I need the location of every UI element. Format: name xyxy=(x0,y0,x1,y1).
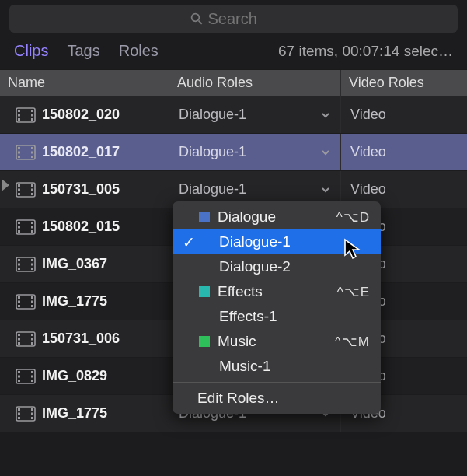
svg-rect-5 xyxy=(18,118,20,121)
svg-rect-43 xyxy=(31,305,33,307)
audio-role-dropdown[interactable]: Dialogue-1 xyxy=(169,96,341,133)
clip-icon xyxy=(16,182,36,198)
menu-item-label: Effects-1 xyxy=(219,308,370,325)
clip-name-cell[interactable]: 150731_006 xyxy=(0,320,169,357)
svg-rect-59 xyxy=(18,408,20,411)
column-header-name[interactable]: Name xyxy=(0,70,169,96)
svg-rect-17 xyxy=(18,184,20,187)
svg-rect-12 xyxy=(18,156,20,158)
menu-item-music-1[interactable]: Music-1 xyxy=(173,354,381,379)
svg-rect-52 xyxy=(18,371,20,373)
svg-rect-54 xyxy=(18,380,20,382)
clip-name: 150802_017 xyxy=(42,144,120,160)
search-icon xyxy=(190,12,204,26)
svg-rect-25 xyxy=(18,226,20,228)
menu-item-dialogue-1[interactable]: ✓Dialogue-1 xyxy=(173,229,381,254)
menu-group-music[interactable]: Music^⌥M xyxy=(173,329,381,354)
svg-rect-27 xyxy=(31,222,33,224)
menu-item-label: Dialogue-2 xyxy=(219,258,370,275)
svg-rect-45 xyxy=(18,334,20,336)
svg-rect-31 xyxy=(18,259,20,261)
video-role-cell: Video xyxy=(341,134,467,170)
clip-name: IMG_0367 xyxy=(42,256,107,272)
column-headers: Name Audio Roles Video Roles xyxy=(0,69,467,96)
audio-role-value: Dialogue-1 xyxy=(179,181,246,198)
clip-name-cell[interactable]: 150802_015 xyxy=(0,208,169,245)
search-field[interactable] xyxy=(9,5,458,33)
clip-icon xyxy=(16,406,36,422)
svg-rect-6 xyxy=(31,110,33,112)
clip-name-cell[interactable]: IMG_1775 xyxy=(0,283,169,320)
clip-name-cell[interactable]: IMG_0367 xyxy=(0,246,169,282)
svg-rect-15 xyxy=(31,156,33,158)
menu-group-effects[interactable]: Effects^⌥E xyxy=(173,279,381,304)
audio-roles-menu: Dialogue^⌥D✓Dialogue-1Dialogue-2Effects^… xyxy=(173,201,381,414)
column-header-audio[interactable]: Audio Roles xyxy=(169,70,341,96)
video-role-cell: Video xyxy=(341,96,467,133)
checkmark-icon: ✓ xyxy=(180,233,197,251)
tab-tags[interactable]: Tags xyxy=(67,42,99,60)
svg-rect-14 xyxy=(31,151,33,153)
svg-point-0 xyxy=(191,14,199,22)
svg-rect-3 xyxy=(18,110,20,112)
svg-rect-28 xyxy=(31,226,33,228)
svg-rect-47 xyxy=(18,342,20,345)
audio-role-value: Dialogue-1 xyxy=(179,144,246,160)
svg-rect-55 xyxy=(31,371,33,373)
clip-name: IMG_1775 xyxy=(42,293,107,310)
menu-item-label: Effects xyxy=(218,283,337,300)
table-row[interactable]: 150802_017Dialogue-1Video xyxy=(0,134,467,171)
clip-name-cell[interactable]: 150802_020 xyxy=(0,96,169,133)
clip-name-cell[interactable]: 150731_005 xyxy=(0,171,169,208)
video-role-value: Video xyxy=(350,144,386,160)
svg-rect-10 xyxy=(18,147,20,149)
clip-name: 150731_006 xyxy=(42,331,120,347)
clip-icon xyxy=(16,145,36,160)
clip-icon xyxy=(16,294,36,310)
table-row[interactable]: 150802_020Dialogue-1Video xyxy=(0,96,467,134)
svg-rect-24 xyxy=(18,222,20,224)
clip-icon xyxy=(16,219,36,235)
menu-item-dialogue-2[interactable]: Dialogue-2 xyxy=(173,254,381,279)
svg-rect-60 xyxy=(18,412,20,415)
audio-role-dropdown[interactable]: Dialogue-1 xyxy=(169,134,341,170)
clip-name-cell[interactable]: 150802_017 xyxy=(0,134,169,170)
role-color-swatch xyxy=(199,286,210,297)
svg-rect-38 xyxy=(18,296,20,299)
svg-rect-53 xyxy=(18,375,20,377)
video-role-value: Video xyxy=(350,181,386,198)
svg-rect-21 xyxy=(31,188,33,191)
menu-item-label: Edit Roles… xyxy=(197,390,370,407)
menu-shortcut: ^⌥M xyxy=(335,334,370,350)
svg-rect-11 xyxy=(18,151,20,153)
clip-name: 150731_005 xyxy=(42,181,120,198)
svg-rect-29 xyxy=(31,230,33,233)
search-input[interactable] xyxy=(208,10,278,28)
tab-clips[interactable]: Clips xyxy=(14,42,48,60)
svg-rect-18 xyxy=(18,188,20,191)
menu-edit-roles[interactable]: Edit Roles… xyxy=(173,386,381,411)
svg-rect-50 xyxy=(31,342,33,345)
clip-icon xyxy=(16,107,36,123)
svg-rect-61 xyxy=(18,417,20,419)
menu-separator xyxy=(173,382,381,383)
tab-roles[interactable]: Roles xyxy=(119,42,159,60)
clip-name-cell[interactable]: IMG_1775 xyxy=(0,395,169,432)
svg-rect-32 xyxy=(18,263,20,265)
svg-rect-13 xyxy=(31,147,33,149)
filter-tabs: Clips Tags Roles 67 items, 00:07:14 sele… xyxy=(0,36,467,69)
svg-rect-20 xyxy=(31,184,33,187)
column-header-video[interactable]: Video Roles xyxy=(341,70,467,96)
menu-item-effects-1[interactable]: Effects-1 xyxy=(173,304,381,329)
svg-rect-56 xyxy=(31,375,33,377)
svg-rect-49 xyxy=(31,338,33,340)
role-color-swatch xyxy=(199,336,210,347)
svg-rect-62 xyxy=(31,408,33,411)
svg-rect-36 xyxy=(31,268,33,270)
clip-name-cell[interactable]: IMG_0829 xyxy=(0,358,169,394)
menu-item-label: Dialogue-1 xyxy=(219,233,370,250)
playhead-indicator xyxy=(2,179,9,191)
menu-group-dialogue[interactable]: Dialogue^⌥D xyxy=(173,205,381,229)
svg-rect-39 xyxy=(18,300,20,303)
audio-role-value: Dialogue-1 xyxy=(179,107,246,123)
